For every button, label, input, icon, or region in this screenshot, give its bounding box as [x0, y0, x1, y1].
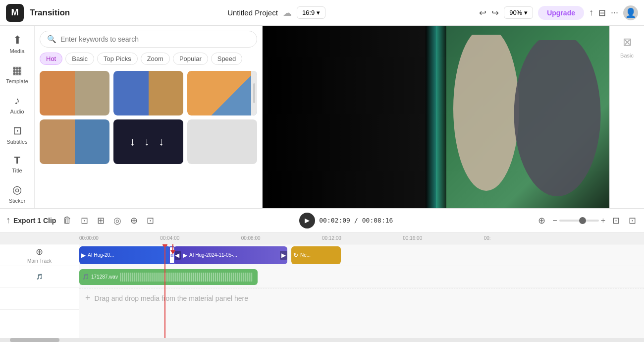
- video-icon-1: ▶: [81, 252, 86, 259]
- undo-button[interactable]: ↩: [479, 7, 486, 18]
- speed-icon[interactable]: ⊕: [128, 213, 140, 228]
- timeline: ↑ Export 1 Clip 🗑 ⊡ ⊞ ◎ ⊕ ⊡ ▶ 00:02:09 /…: [0, 208, 644, 342]
- search-icon: 🔍: [47, 35, 56, 44]
- app-logo: M: [6, 4, 24, 22]
- video-clip-1[interactable]: ▶ AI Hug-20...: [79, 246, 171, 264]
- main-track-text: Main Track: [27, 258, 52, 264]
- sidebar-item-sticker[interactable]: ◎ Sticker: [2, 179, 33, 208]
- sidebar-item-title[interactable]: T Title: [2, 151, 33, 177]
- thumbnail-5[interactable]: ↓ ↓ ↓: [113, 119, 183, 164]
- video-clip-3[interactable]: ↻ Ne...: [291, 246, 341, 264]
- export-button[interactable]: ↑ Export 1 Clip: [6, 215, 56, 226]
- sidebar-item-subtitles[interactable]: ⊡ Subtitles: [2, 120, 33, 149]
- filter-tab-popular[interactable]: Popular: [173, 53, 208, 65]
- audio-icon-clip: 🎵: [82, 274, 89, 280]
- play-button[interactable]: ▶: [299, 213, 315, 228]
- avatar[interactable]: 👤: [623, 5, 638, 20]
- split-icon[interactable]: ⊡: [79, 213, 90, 228]
- topbar-center: Untitled Project ☁ 16:9 ▾: [80, 6, 473, 19]
- sidebar-item-label-title: Title: [12, 168, 22, 173]
- export-label: Export 1 Clip: [13, 217, 56, 225]
- track-label-audio: 🎵: [0, 266, 79, 288]
- filter-tab-basic[interactable]: Basic: [65, 53, 94, 65]
- timeline-controls: ▶ 00:02:09 / 00:08:16: [299, 213, 393, 228]
- thumbnail-6[interactable]: [187, 119, 257, 164]
- audio-track-row: 🎵 171287.wav: [79, 266, 644, 288]
- video-icon-2: ▶: [183, 252, 187, 259]
- audio-clip-label: 171287.wav: [91, 274, 118, 280]
- sidebar-item-label-media: Media: [10, 48, 25, 54]
- clip-label-3: Ne...: [300, 252, 311, 258]
- timeline-scrollbar[interactable]: [0, 338, 644, 342]
- transition-marker[interactable]: ⊠: [169, 246, 175, 264]
- redo-button[interactable]: ↪: [491, 7, 499, 18]
- track-label-main: ⊕ Main Track: [0, 244, 79, 266]
- keyframe-icon[interactable]: ⊕: [536, 213, 547, 228]
- title-icon: T: [14, 155, 20, 166]
- audio-icon: ♪: [14, 94, 20, 107]
- template-icon: ▦: [12, 64, 22, 77]
- ruler-mark-3: 00:12:00: [322, 235, 403, 241]
- tracks-area: ⊕ Main Track 🎵 ▶ AI Hug-20...: [0, 244, 644, 338]
- sidebar-item-audio[interactable]: ♪ Audio: [2, 90, 33, 118]
- filter-icon[interactable]: ⊡: [145, 213, 156, 228]
- search-input[interactable]: [60, 35, 250, 43]
- video-clip-2[interactable]: ◀ ▶ AI Hug-2024-11-05-... ▶: [173, 246, 287, 264]
- time-current: 00:02:09: [319, 217, 350, 224]
- sidebar-item-label-audio: Audio: [10, 109, 24, 114]
- audio-detach-icon[interactable]: ◎: [111, 213, 123, 228]
- screen-icon[interactable]: ⊟: [598, 7, 606, 18]
- right-sidebar-basic[interactable]: ⊠ Basic: [620, 30, 634, 61]
- fit-icon[interactable]: ⊡: [610, 213, 622, 228]
- timeline-scrollbar-thumb[interactable]: [10, 338, 59, 342]
- thumbnail-3[interactable]: [187, 71, 257, 115]
- upload-icon[interactable]: ↑: [589, 7, 593, 18]
- sidenav: ⬆ Media ▦ Template ♪ Audio ⊡ Subtitles T…: [0, 26, 35, 208]
- time-total: 00:08:16: [362, 217, 393, 224]
- zoom-controls: − +: [552, 216, 605, 225]
- sidebar-item-label-template: Template: [6, 78, 28, 84]
- sidebar-item-label-subtitles: Subtitles: [6, 139, 27, 145]
- main-track-cell: ⊕ Main Track: [27, 244, 52, 266]
- tracks-content: ▶ AI Hug-20... ⊠ ◀ ▶ AI Hug-2024-11-05-.…: [79, 244, 644, 338]
- clip-next-icon[interactable]: ▶: [280, 251, 287, 260]
- cloud-icon[interactable]: ☁: [283, 7, 292, 18]
- media-icon: ⬆: [13, 34, 22, 47]
- thumbnail-1[interactable]: [40, 71, 109, 115]
- drag-drop-icon: +: [85, 293, 91, 303]
- zoom-slider[interactable]: [559, 220, 599, 222]
- drag-drop-row: + Drag and drop media from the material …: [79, 288, 644, 308]
- right-sidebar-label: Basic: [620, 53, 634, 58]
- track-label-empty: [0, 288, 79, 310]
- sidebar-item-media[interactable]: ⬆ Media: [2, 30, 33, 58]
- main-content: ⬆ Media ▦ Template ♪ Audio ⊡ Subtitles T…: [0, 26, 644, 208]
- filter-tab-hot[interactable]: Hot: [40, 53, 62, 65]
- crop-icon[interactable]: ⊞: [95, 213, 107, 228]
- upgrade-button[interactable]: Upgrade: [538, 6, 584, 20]
- filter-tab-top-picks[interactable]: Top Picks: [97, 53, 138, 65]
- thumbnail-2[interactable]: [113, 71, 183, 115]
- zoom-slider-thumb[interactable]: [579, 217, 586, 224]
- delete-icon[interactable]: 🗑: [61, 213, 74, 228]
- ruler-marks: 00:00:00 00:04:00 00:08:00 00:12:00 00:1…: [79, 235, 565, 241]
- zoom-button[interactable]: 90% ▾: [504, 6, 533, 19]
- search-box[interactable]: 🔍: [40, 31, 257, 48]
- more-icon[interactable]: ···: [611, 7, 618, 18]
- project-name: Untitled Project: [227, 8, 278, 17]
- filter-tab-speed[interactable]: Speed: [211, 53, 243, 65]
- sidebar-item-template[interactable]: ▦ Template: [2, 60, 33, 88]
- zoom-in-icon[interactable]: +: [601, 216, 605, 225]
- preview-area: [263, 26, 609, 208]
- zoom-out-icon[interactable]: −: [552, 216, 557, 225]
- basic-transition-icon: ⊠: [623, 33, 632, 52]
- sticker-icon: ◎: [12, 183, 22, 196]
- clip-label-1: AI Hug-20...: [88, 252, 114, 258]
- ratio-button[interactable]: 16:9 ▾: [297, 6, 325, 19]
- audio-clip[interactable]: 🎵 171287.wav: [79, 269, 258, 285]
- thumbnail-4[interactable]: [40, 119, 109, 164]
- subtitles-icon: ⊡: [13, 124, 22, 137]
- filter-tab-zoom[interactable]: Zoom: [141, 53, 170, 65]
- video-track-row: ▶ AI Hug-20... ⊠ ◀ ▶ AI Hug-2024-11-05-.…: [79, 244, 644, 266]
- right-sidebar: ⊠ Basic: [609, 26, 644, 208]
- fullscreen-icon[interactable]: ⊡: [627, 213, 638, 228]
